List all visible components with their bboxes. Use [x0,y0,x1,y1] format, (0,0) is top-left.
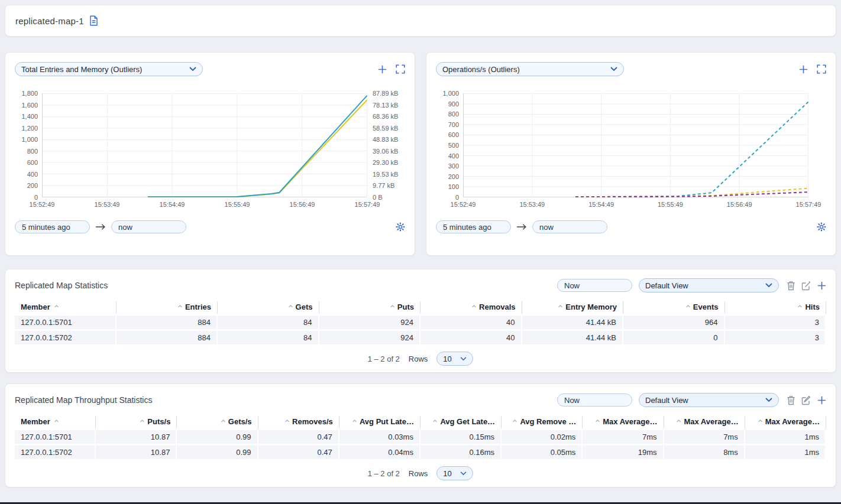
sort-caret-icon [595,419,600,423]
y-axis-tick-label: 1,400 [21,113,38,120]
column-header-avg-get-late[interactable]: Avg Get Late… [420,416,502,428]
y-axis-tick-label: 100 [448,184,459,190]
edit-view-button[interactable] [801,395,811,405]
view-select[interactable]: Default View [639,278,779,292]
column-header-puts-s[interactable]: Puts/s [96,416,177,428]
time-from-input[interactable] [436,220,511,233]
delete-view-button[interactable] [787,395,795,405]
column-header-entries[interactable]: Entries [117,301,218,314]
time-to-input[interactable] [111,220,186,233]
column-header-member[interactable]: Member [15,416,96,428]
pagination-range: 1 – 2 of 2 [368,355,400,363]
sort-caret-icon [288,304,293,308]
chart-type-select[interactable]: Operations/s (Outliers) [436,62,624,76]
chevron-down-icon [765,398,772,402]
x-axis-tick-label: 15:56:49 [727,201,752,208]
chart-settings-button[interactable] [817,222,826,232]
rows-per-page-value: 10 [443,469,451,478]
series-line-memory [148,100,367,197]
replicated-map-throughput-section: Replicated Map Throughput Statistics Def… [5,383,836,487]
x-axis-tick-label: 15:52:49 [451,201,476,208]
y-axis-tick-label: 0 B [373,194,383,201]
table-cell: 0.02ms [502,430,583,444]
rows-per-page-select[interactable]: 10 [436,352,473,366]
table-row[interactable]: 127.0.0.1:5702884849244041.44 kB03 [15,331,826,344]
page-title: replicated-map-1 [15,16,84,26]
table-cell: 7ms [583,430,664,444]
x-axis-tick-label: 15:57:49 [355,201,380,208]
table-cell: 0.99 [177,430,258,444]
chart-type-select[interactable]: Total Entries and Memory (Outliers) [15,62,203,76]
x-axis-tick-label: 15:54:49 [160,201,185,208]
edit-icon [801,281,811,291]
table-header-row: MemberEntriesGetsPutsRemovalsEntry Memor… [15,301,826,314]
column-header-avg-put-late[interactable]: Avg Put Late… [339,416,420,428]
rows-per-page-select[interactable]: 10 [436,466,473,480]
x-axis-tick-label: 15:57:49 [796,201,821,208]
stats-table: MemberEntriesGetsPutsRemovalsEntry Memor… [15,300,826,346]
table-time-input[interactable] [557,394,632,407]
add-chart-button[interactable] [378,65,387,74]
table-cell: 884 [117,316,218,329]
column-header-max-average[interactable]: Max Average… [745,416,826,428]
column-header-entry-memory[interactable]: Entry Memory [522,301,624,314]
y-axis-tick-label: 700 [448,121,459,128]
time-to-input[interactable] [532,220,607,233]
column-header-gets[interactable]: Gets [218,301,319,314]
y-axis-tick-label: 1,000 [21,136,38,143]
column-header-removals[interactable]: Removals [420,301,522,314]
time-from-input[interactable] [15,220,90,233]
table-cell: 41.44 kB [522,316,624,329]
table-row[interactable]: 127.0.0.1:570210.870.990.470.04ms0.16ms0… [15,446,826,459]
replicated-map-statistics-section: Replicated Map Statistics Default View [5,269,836,373]
column-header-removes-s[interactable]: Removes/s [258,416,339,428]
chart-type-value: Total Entries and Memory (Outliers) [21,65,142,74]
sort-caret-icon [797,304,803,308]
y-axis-tick-label: 1,800 [21,90,38,97]
add-view-button[interactable] [817,396,826,405]
add-view-button[interactable] [817,281,826,290]
y-axis-tick-label: 300 [448,163,459,170]
edit-view-button[interactable] [801,281,811,291]
table-row[interactable]: 127.0.0.1:5701884849244041.44 kB9643 [15,316,826,329]
column-header-avg-remove[interactable]: Avg Remove … [502,416,583,428]
expand-chart-button[interactable] [396,64,405,74]
y-axis-left: 1,8001,6001,4001,2001,0008006004002000 [15,93,42,197]
table-cell: 8ms [664,446,745,459]
table-cell: 1ms [745,430,826,444]
series-line-gets-per-s [575,188,808,197]
table-cell: 924 [319,316,421,329]
column-header-hits[interactable]: Hits [725,301,827,314]
column-header-max-average[interactable]: Max Average… [664,416,745,428]
table-row[interactable]: 127.0.0.1:570110.870.990.470.03ms0.15ms0… [15,430,826,444]
column-header-events[interactable]: Events [623,301,725,314]
chart-settings-button[interactable] [396,222,405,232]
y-axis-tick-label: 800 [27,148,38,154]
column-header-puts[interactable]: Puts [319,301,421,314]
column-header-max-average[interactable]: Max Average… [583,416,664,428]
table-cell: 127.0.0.1:5702 [15,446,96,459]
table-cell: 924 [319,331,421,344]
edit-icon [801,395,811,405]
table-cell: 127.0.0.1:5702 [15,331,117,344]
table-cell: 84 [218,331,319,344]
table-cell: 0.03ms [339,430,420,444]
y-axis-tick-label: 800 [448,111,459,118]
series-line-puts-per-s [575,102,808,197]
document-icon[interactable] [89,15,98,26]
table-cell: 0.15ms [420,430,502,444]
table-cell: 3 [725,331,827,344]
sort-caret-icon [140,419,145,423]
table-cell: 0.99 [177,446,258,459]
add-chart-button[interactable] [799,65,808,74]
table-cell: 0.47 [258,446,339,459]
column-header-gets-s[interactable]: Gets/s [177,416,258,428]
view-select[interactable]: Default View [639,393,779,407]
delete-view-button[interactable] [787,281,795,291]
x-axis-tick-label: 15:53:49 [95,201,120,208]
expand-chart-button[interactable] [817,64,826,74]
y-axis-tick-label: 600 [448,132,459,138]
table-time-input[interactable] [557,279,632,292]
x-axis: 15:52:4915:53:4915:54:4915:55:4915:56:49… [463,197,808,210]
column-header-member[interactable]: Member [15,301,117,314]
